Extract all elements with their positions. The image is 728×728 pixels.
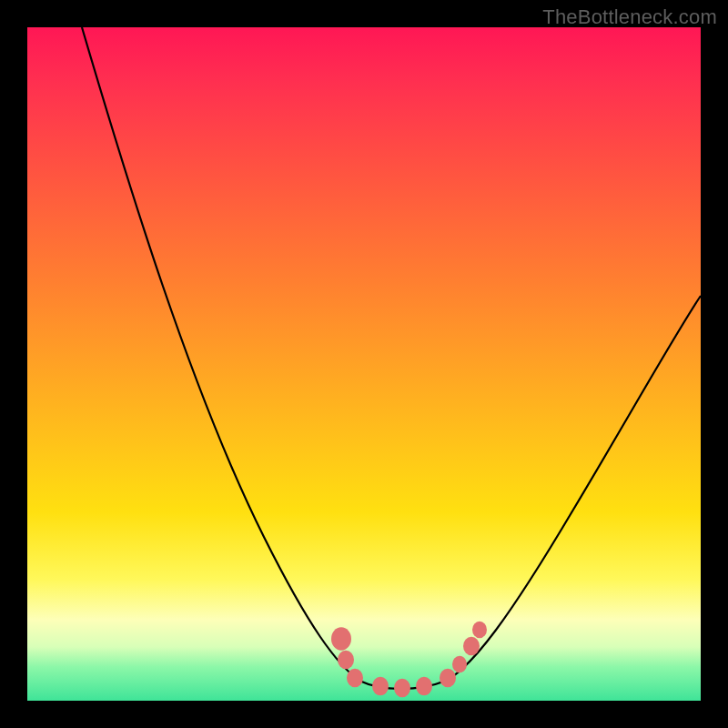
watermark-text: TheBottleneck.com bbox=[542, 5, 717, 29]
bottleneck-curve bbox=[82, 27, 701, 689]
curve-marker bbox=[452, 656, 467, 672]
outer-black-frame: TheBottleneck.com bbox=[0, 0, 728, 728]
curve-marker bbox=[440, 669, 456, 688]
curve-marker bbox=[394, 679, 410, 698]
marker-group bbox=[331, 622, 487, 698]
curve-marker bbox=[416, 677, 432, 696]
curve-marker bbox=[472, 622, 487, 638]
curve-marker bbox=[372, 677, 389, 696]
plot-gradient-area bbox=[27, 27, 701, 701]
chart-svg bbox=[27, 27, 701, 701]
curve-marker bbox=[347, 669, 363, 688]
curve-marker bbox=[338, 651, 354, 670]
curve-marker bbox=[463, 637, 480, 656]
curve-marker bbox=[331, 627, 351, 650]
